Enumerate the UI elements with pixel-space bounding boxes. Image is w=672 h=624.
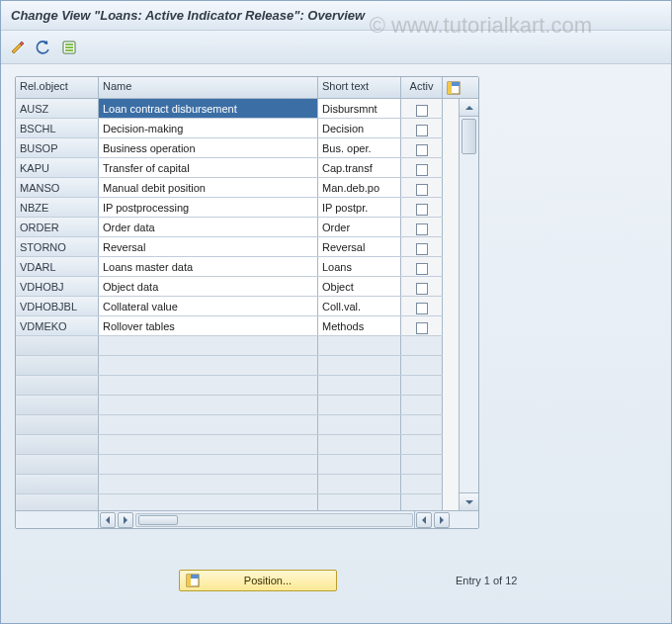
table-row: [16, 435, 443, 455]
activ-checkbox[interactable]: [416, 283, 428, 295]
cell-activ[interactable]: [401, 316, 443, 335]
hscroll-thumb[interactable]: [138, 515, 178, 525]
hscroll-left-button[interactable]: [100, 512, 116, 528]
cell-shorttext[interactable]: Decision: [318, 119, 401, 137]
table-row[interactable]: MANSOManual debit positionMan.deb.po: [16, 178, 443, 198]
position-button[interactable]: Position...: [179, 570, 337, 591]
cell-relobject[interactable]: MANSO: [16, 178, 99, 197]
cell-activ[interactable]: [401, 297, 443, 315]
svg-rect-8: [187, 575, 191, 586]
cell-shorttext[interactable]: Cap.transf: [318, 158, 401, 177]
activ-checkbox[interactable]: [416, 125, 428, 136]
table-row[interactable]: KAPUTransfer of capitalCap.transf: [16, 158, 443, 178]
table-settings-button[interactable]: [443, 77, 464, 98]
position-icon: [186, 574, 200, 587]
cell-shorttext[interactable]: Man.deb.po: [318, 178, 401, 197]
cell-name[interactable]: Loan contract disbursement: [99, 99, 318, 118]
cell-shorttext[interactable]: Loans: [318, 257, 401, 276]
toggle-change-button[interactable]: [7, 37, 29, 58]
hscroll-track[interactable]: [135, 513, 413, 527]
cell-relobject[interactable]: STORNO: [16, 237, 99, 256]
col-header-relobject[interactable]: Rel.object: [16, 77, 99, 98]
cell-activ[interactable]: [401, 198, 443, 217]
cell-name[interactable]: Reversal: [99, 237, 318, 256]
table-row[interactable]: VDMEKORollover tablesMethods: [16, 316, 443, 336]
cell-name[interactable]: Rollover tables: [99, 316, 318, 335]
cell-relobject[interactable]: KAPU: [16, 158, 99, 177]
empty-cell: [99, 396, 318, 414]
col-header-shorttext[interactable]: Short text: [318, 77, 401, 98]
cell-name[interactable]: Business operation: [99, 138, 318, 157]
cell-name[interactable]: Manual debit position: [99, 178, 318, 197]
select-all-button[interactable]: [58, 37, 80, 58]
cell-activ[interactable]: [401, 257, 443, 276]
cell-shorttext[interactable]: IP postpr.: [318, 198, 401, 217]
cell-relobject[interactable]: VDHOBJBL: [16, 297, 99, 315]
activ-checkbox[interactable]: [416, 144, 428, 156]
cell-name[interactable]: Collateral value: [99, 297, 318, 315]
empty-cell: [99, 336, 318, 355]
cell-relobject[interactable]: ORDER: [16, 218, 99, 236]
cell-name[interactable]: Loans master data: [99, 257, 318, 276]
cell-name[interactable]: Order data: [99, 218, 318, 236]
cell-shorttext[interactable]: Order: [318, 218, 401, 236]
cell-name[interactable]: Transfer of capital: [99, 158, 318, 177]
cell-activ[interactable]: [401, 138, 443, 157]
cell-relobject[interactable]: NBZE: [16, 198, 99, 217]
undo-button[interactable]: [33, 37, 54, 58]
cell-relobject[interactable]: BUSOP: [16, 138, 99, 157]
cell-shorttext[interactable]: Coll.val.: [318, 297, 401, 315]
col-header-name[interactable]: Name: [99, 77, 318, 98]
chevron-up-icon: [465, 104, 473, 112]
cell-name[interactable]: Decision-making: [99, 119, 318, 137]
hscroll-right-button-2[interactable]: [434, 512, 450, 528]
table-row[interactable]: ORDEROrder dataOrder: [16, 218, 443, 237]
cell-activ[interactable]: [401, 218, 443, 236]
scroll-track[interactable]: [460, 117, 478, 492]
table-row[interactable]: BSCHLDecision-makingDecision: [16, 119, 443, 138]
cell-relobject[interactable]: BSCHL: [16, 119, 99, 137]
hscroll-right-button[interactable]: [118, 512, 133, 528]
empty-cell: [318, 376, 401, 395]
cell-activ[interactable]: [401, 277, 443, 296]
cell-relobject[interactable]: VDHOBJ: [16, 277, 99, 296]
activ-checkbox[interactable]: [416, 105, 428, 117]
scroll-thumb[interactable]: [462, 119, 476, 154]
cell-shorttext[interactable]: Bus. oper.: [318, 138, 401, 157]
cell-activ[interactable]: [401, 99, 443, 118]
cell-shorttext[interactable]: Methods: [318, 316, 401, 335]
table-row[interactable]: NBZEIP postprocessingIP postpr.: [16, 198, 443, 218]
col-header-activ[interactable]: Activ: [401, 77, 443, 98]
activ-checkbox[interactable]: [416, 223, 428, 235]
activ-checkbox[interactable]: [416, 303, 428, 314]
activ-checkbox[interactable]: [416, 164, 428, 176]
table-row[interactable]: AUSZLoan contract disbursementDisbursmnt: [16, 99, 443, 119]
activ-checkbox[interactable]: [416, 204, 428, 216]
cell-activ[interactable]: [401, 178, 443, 197]
cell-shorttext[interactable]: Disbursmnt: [318, 99, 401, 118]
table-row[interactable]: VDARLLoans master dataLoans: [16, 257, 443, 277]
cell-name[interactable]: IP postprocessing: [99, 198, 318, 217]
table-row[interactable]: VDHOBJObject dataObject: [16, 277, 443, 297]
cell-relobject[interactable]: VDMEKO: [16, 316, 99, 335]
cell-shorttext[interactable]: Reversal: [318, 237, 401, 256]
table-row[interactable]: BUSOPBusiness operationBus. oper.: [16, 138, 443, 158]
table-row[interactable]: VDHOBJBLCollateral valueColl.val.: [16, 297, 443, 316]
cell-relobject[interactable]: AUSZ: [16, 99, 99, 118]
hscroll-left-button-2[interactable]: [416, 512, 432, 528]
cell-shorttext[interactable]: Object: [318, 277, 401, 296]
cell-activ[interactable]: [401, 237, 443, 256]
empty-cell: [318, 435, 401, 454]
activ-checkbox[interactable]: [416, 263, 428, 275]
cell-name[interactable]: Object data: [99, 277, 318, 296]
cell-activ[interactable]: [401, 158, 443, 177]
activ-checkbox[interactable]: [416, 243, 428, 255]
activ-checkbox[interactable]: [416, 184, 428, 196]
cell-relobject[interactable]: VDARL: [16, 257, 99, 276]
scroll-down-button[interactable]: [460, 492, 478, 510]
activ-checkbox[interactable]: [416, 322, 428, 334]
cell-activ[interactable]: [401, 119, 443, 137]
scroll-up-button[interactable]: [460, 99, 478, 117]
table-row[interactable]: STORNOReversalReversal: [16, 237, 443, 257]
svg-rect-9: [191, 575, 199, 579]
